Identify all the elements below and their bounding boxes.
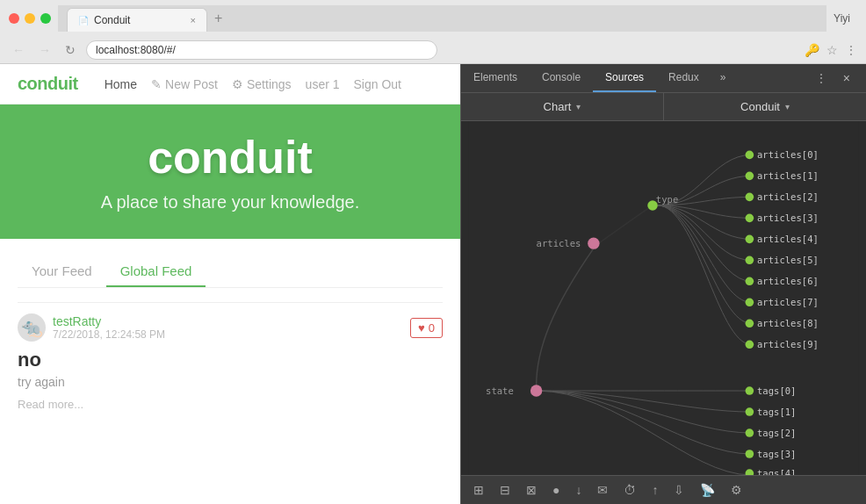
articles-7-node[interactable] [746, 299, 754, 307]
browser-chrome: 📄 Conduit × + Yiyi ← → ↻ 🔑 ☆ ⋮ [0, 0, 866, 64]
like-button[interactable]: ♥ 0 [410, 318, 443, 338]
address-input[interactable] [86, 40, 437, 60]
article-meta: 🐀 testRatty 7/22/2018, 12:24:58 PM ♥ 0 [18, 313, 443, 342]
articles-2-node[interactable] [746, 193, 754, 202]
tab-favicon: 📄 [78, 16, 89, 25]
address-bar: ← → ↻ 🔑 ☆ ⋮ [0, 37, 866, 64]
forward-button[interactable]: → [35, 41, 54, 59]
tags-0-node[interactable] [746, 386, 754, 395]
conduit-panel-selector[interactable]: Conduit ▾ [664, 93, 866, 120]
articles-6-node[interactable] [746, 277, 754, 286]
articles-1-label: articles[1] [757, 170, 819, 181]
articles-9-label: articles[9] [757, 339, 819, 349]
new-tab-button[interactable]: + [207, 5, 229, 32]
bottom-icon-10[interactable]: 📡 [695, 479, 720, 500]
nav-user[interactable]: user 1 [306, 77, 340, 91]
bottom-icon-2[interactable]: ⊟ [494, 479, 516, 500]
state-label: state [486, 385, 514, 396]
devtools-bottom-toolbar: ⊞ ⊟ ⊠ ● ↓ ✉ ⏱ ↑ ⇩ 📡 ⚙ [461, 475, 866, 504]
bookmark-icon[interactable]: ☆ [826, 43, 838, 57]
nav-settings[interactable]: ⚙ Settings [232, 77, 292, 91]
back-button[interactable]: ← [9, 41, 28, 59]
conduit-label: Conduit [740, 100, 780, 113]
devtools-tab-sources[interactable]: Sources [593, 64, 656, 92]
tags-1-node[interactable] [746, 407, 754, 416]
minimize-traffic-light[interactable] [25, 13, 35, 24]
bottom-icon-4[interactable]: ● [547, 479, 565, 500]
articles-node[interactable] [588, 237, 599, 248]
brand-logo[interactable]: conduit [18, 74, 78, 94]
refresh-button[interactable]: ↻ [61, 41, 79, 59]
settings-icon: ⚙ [232, 77, 243, 91]
articles-4-node[interactable] [746, 235, 754, 244]
author-name[interactable]: testRatty [53, 314, 165, 328]
nav-home[interactable]: Home [105, 77, 137, 91]
like-count: 0 [429, 321, 435, 335]
tags-3-node[interactable] [746, 450, 754, 458]
articles-1-node[interactable] [746, 172, 754, 181]
articles-3-node[interactable] [746, 214, 754, 223]
articles-3-label: articles[3] [757, 212, 819, 223]
articles-9-node[interactable] [746, 340, 754, 349]
articles-8-label: articles[8] [757, 318, 819, 328]
nav-links: Home ✎ New Post ⚙ Settings user 1 Sign O… [105, 77, 401, 91]
nav-new-post[interactable]: ✎ New Post [151, 77, 218, 91]
article-title: no [18, 349, 443, 371]
chart-svg: articles type state articles[0] articles… [461, 121, 866, 475]
tags-3-label: tags[3] [757, 449, 796, 459]
articles-5-node[interactable] [746, 256, 754, 265]
devtools-icon1[interactable]: ⋮ [815, 71, 827, 85]
devtools-tabs: Elements Console Sources Redux » [461, 64, 808, 92]
new-post-icon: ✎ [151, 77, 162, 91]
devtools-tab-elements[interactable]: Elements [461, 64, 530, 92]
feed-tabs: Your Feed Global Feed [18, 256, 443, 288]
bottom-icon-1[interactable]: ⊞ [468, 479, 489, 500]
articles-label: articles [537, 238, 581, 248]
bottom-icon-3[interactable]: ⊠ [521, 479, 542, 500]
your-feed-tab[interactable]: Your Feed [18, 256, 106, 287]
bottom-icon-6[interactable]: ✉ [592, 479, 613, 500]
devtools-tab-redux[interactable]: Redux [656, 64, 711, 92]
hero-banner: conduit A place to share your knowledge. [0, 104, 460, 239]
bottom-icon-5[interactable]: ↓ [570, 479, 587, 500]
tab-close-button[interactable]: × [191, 15, 196, 25]
articles-2-label: articles[2] [757, 191, 819, 202]
close-traffic-light[interactable] [9, 13, 19, 24]
chart-panel-selector[interactable]: Chart ▾ [461, 93, 664, 120]
article-card: 🐀 testRatty 7/22/2018, 12:24:58 PM ♥ 0 n… [18, 302, 443, 422]
state-node[interactable] [530, 385, 542, 396]
browser-tab[interactable]: 📄 Conduit × [67, 8, 207, 32]
bottom-icon-settings[interactable]: ⚙ [725, 479, 747, 500]
devtools-more-button[interactable]: » [711, 64, 735, 92]
global-feed-tab[interactable]: Global Feed [106, 256, 206, 287]
bottom-icon-7[interactable]: ⏱ [618, 479, 641, 500]
heart-icon: ♥ [418, 321, 425, 335]
bottom-icon-8[interactable]: ↑ [646, 479, 663, 500]
read-more-link[interactable]: Read more... [18, 398, 83, 411]
tags-0-label: tags[0] [757, 385, 796, 396]
articles-0-node[interactable] [746, 151, 754, 160]
more-icon[interactable]: ⋮ [845, 43, 857, 57]
articles-6-label: articles[6] [757, 276, 819, 286]
author-details: testRatty 7/22/2018, 12:24:58 PM [53, 314, 165, 341]
articles-4-label: articles[4] [757, 234, 819, 244]
browser-toolbar: 🔑 ☆ ⋮ [805, 43, 857, 57]
bottom-icon-9[interactable]: ⇩ [668, 479, 689, 500]
panel-selectors: Chart ▾ Conduit ▾ [461, 93, 866, 121]
maximize-traffic-light[interactable] [40, 13, 51, 24]
articles-5-label: articles[5] [757, 255, 819, 265]
devtools-header: Elements Console Sources Redux » ⋮ × [461, 64, 866, 93]
key-icon[interactable]: 🔑 [805, 43, 819, 57]
tab-bar: 📄 Conduit × + [58, 5, 826, 32]
feed-area: Your Feed Global Feed 🐀 testRatty 7/22/2… [0, 239, 460, 504]
tags-2-node[interactable] [746, 428, 754, 437]
devtools-header-icons: ⋮ × [808, 64, 866, 92]
avatar: 🐀 [18, 313, 46, 342]
devtools-close-button[interactable]: × [834, 64, 859, 92]
devtools-tab-console[interactable]: Console [530, 64, 593, 92]
conduit-arrow-icon: ▾ [785, 102, 790, 112]
tab-title: Conduit [94, 14, 130, 26]
articles-0-label: articles[0] [757, 149, 819, 160]
articles-8-node[interactable] [746, 319, 754, 328]
nav-signout[interactable]: Sign Out [354, 77, 401, 91]
